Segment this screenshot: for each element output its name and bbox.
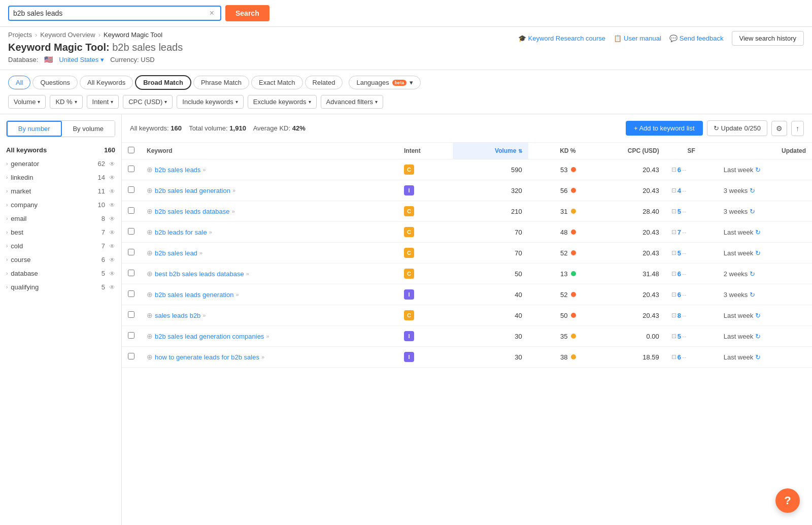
add-to-keyword-list-button[interactable]: + Add to keyword list xyxy=(626,121,703,136)
tab-related[interactable]: Related xyxy=(305,76,343,89)
sidebar-item[interactable]: › qualifying 5 👁 xyxy=(0,280,121,294)
keyword-link[interactable]: ⊕ sales leads b2b » xyxy=(147,311,392,319)
intent-filter[interactable]: Intent ▾ xyxy=(87,95,119,109)
eye-icon[interactable]: 👁 xyxy=(109,174,115,181)
keyword-link[interactable]: ⊕ best b2b sales leads database » xyxy=(147,270,392,278)
sf-value: 5 xyxy=(678,333,681,340)
eye-icon[interactable]: 👁 xyxy=(109,188,115,195)
sidebar-item-label: best xyxy=(11,228,23,236)
sort-buttons: By number By volume xyxy=(6,120,115,137)
advanced-filters[interactable]: Advanced filters ▾ xyxy=(321,95,384,109)
keyword-link[interactable]: ⊕ b2b sales leads database » xyxy=(147,207,392,215)
breadcrumb-keyword-overview[interactable]: Keyword Overview xyxy=(40,31,95,39)
keyword-link[interactable]: ⊕ how to generate leads for b2b sales » xyxy=(147,353,392,361)
row-checkbox[interactable] xyxy=(128,332,134,339)
close-icon[interactable]: × xyxy=(210,9,214,18)
page-title-query: b2b sales leads xyxy=(112,42,183,53)
kd-dot xyxy=(571,271,576,276)
refresh-icon[interactable]: ↻ xyxy=(755,249,761,257)
view-search-history-button[interactable]: View search history xyxy=(732,31,804,46)
tab-phrase-match[interactable]: Phrase Match xyxy=(193,76,249,89)
tab-all-keywords[interactable]: All Keywords xyxy=(80,76,133,89)
keyword-link[interactable]: ⊕ b2b sales leads generation » xyxy=(147,290,392,299)
tab-questions[interactable]: Questions xyxy=(32,76,78,89)
keyword-link[interactable]: ⊕ b2b sales leads » xyxy=(147,166,392,174)
eye-icon[interactable]: 👁 xyxy=(109,229,115,236)
sf-cell: ⊡ 5 -- xyxy=(665,326,718,347)
eye-icon[interactable]: 👁 xyxy=(109,160,115,168)
row-checkbox[interactable] xyxy=(128,228,134,235)
sidebar-item[interactable]: › generator 62 👁 xyxy=(0,157,121,171)
refresh-icon[interactable]: ↻ xyxy=(755,333,761,340)
kd-filter[interactable]: KD % ▾ xyxy=(50,95,82,109)
volume-filter[interactable]: Volume ▾ xyxy=(8,95,46,109)
select-all-checkbox[interactable] xyxy=(128,147,134,153)
refresh-icon[interactable]: ↻ xyxy=(755,353,761,361)
search-button[interactable]: Search xyxy=(225,5,269,21)
volume-label: Volume xyxy=(14,98,36,106)
row-checkbox[interactable] xyxy=(128,186,134,193)
keyword-link[interactable]: ⊕ b2b sales lead generation » xyxy=(147,186,392,194)
export-icon-button[interactable]: ↑ xyxy=(791,121,804,136)
eye-icon[interactable]: 👁 xyxy=(109,256,115,264)
sort-by-number-button[interactable]: By number xyxy=(7,121,62,137)
sidebar-item[interactable]: › best 7 👁 xyxy=(0,225,121,239)
tab-broad-match[interactable]: Broad Match xyxy=(135,75,191,90)
cpc-cell: 20.43 xyxy=(582,284,665,305)
chevron-down-icon: ▾ xyxy=(235,99,238,105)
refresh-icon[interactable]: ↻ xyxy=(755,166,761,174)
keyword-research-course-link[interactable]: 🎓 Keyword Research course xyxy=(518,35,605,42)
database-link[interactable]: United States ▾ xyxy=(59,56,104,63)
tab-languages[interactable]: Languages beta ▾ xyxy=(349,76,421,89)
send-feedback-link[interactable]: 💬 Send feedback xyxy=(669,35,724,42)
select-all-header[interactable] xyxy=(122,143,141,159)
eye-icon[interactable]: 👁 xyxy=(109,270,115,277)
kd-dot xyxy=(571,209,576,214)
kd-column-header[interactable]: KD % xyxy=(528,143,582,159)
sidebar-item[interactable]: › company 10 👁 xyxy=(0,198,121,212)
kd-cell: 56 xyxy=(528,180,582,201)
sidebar-item[interactable]: › linkedin 14 👁 xyxy=(0,171,121,184)
refresh-icon[interactable]: ↻ xyxy=(750,270,755,278)
volume-column-header[interactable]: Volume ⇅ xyxy=(453,143,528,159)
refresh-icon[interactable]: ↻ xyxy=(755,228,761,236)
keyword-link[interactable]: ⊕ b2b leads for sale » xyxy=(147,228,392,236)
tab-all[interactable]: All xyxy=(8,76,30,89)
keyword-link[interactable]: ⊕ b2b sales lead generation companies » xyxy=(147,332,392,340)
row-checkbox[interactable] xyxy=(128,249,134,255)
row-checkbox[interactable] xyxy=(128,270,134,276)
cpc-filter[interactable]: CPC (USD) ▾ xyxy=(123,95,173,109)
row-checkbox[interactable] xyxy=(128,290,134,297)
sidebar-item[interactable]: › cold 7 👁 xyxy=(0,239,121,253)
row-checkbox[interactable] xyxy=(128,207,134,214)
help-button[interactable]: ? xyxy=(775,488,800,513)
refresh-icon[interactable]: ↻ xyxy=(755,312,761,319)
keyword-link[interactable]: ⊕ b2b sales lead » xyxy=(147,249,392,257)
update-button[interactable]: ↻ Update 0/250 xyxy=(707,120,767,136)
eye-icon[interactable]: 👁 xyxy=(109,215,115,222)
breadcrumb-projects[interactable]: Projects xyxy=(8,31,32,39)
sf-container: ⊡ 8 -- xyxy=(671,312,712,319)
sidebar-item[interactable]: › database 5 👁 xyxy=(0,267,121,280)
sidebar-item[interactable]: › market 11 👁 xyxy=(0,184,121,198)
sort-by-volume-button[interactable]: By volume xyxy=(62,121,115,137)
row-checkbox[interactable] xyxy=(128,353,134,359)
tab-exact-match[interactable]: Exact Match xyxy=(251,76,303,89)
refresh-icon[interactable]: ↻ xyxy=(750,208,755,215)
user-manual-link[interactable]: 📋 User manual xyxy=(614,35,661,42)
eye-icon[interactable]: 👁 xyxy=(109,284,115,291)
sidebar-item[interactable]: › email 8 👁 xyxy=(0,212,121,225)
exclude-keywords-filter[interactable]: Exclude keywords ▾ xyxy=(248,95,317,109)
refresh-icon[interactable]: ↻ xyxy=(750,187,755,194)
refresh-icon[interactable]: ↻ xyxy=(750,291,755,299)
settings-icon-button[interactable]: ⚙ xyxy=(771,121,787,136)
include-keywords-filter[interactable]: Include keywords ▾ xyxy=(177,95,243,109)
keyword-text: b2b sales lead generation xyxy=(155,187,230,194)
search-input[interactable] xyxy=(13,9,210,17)
eye-icon[interactable]: 👁 xyxy=(109,243,115,250)
volume-cell: 40 xyxy=(453,284,528,305)
sidebar-item[interactable]: › course 6 👁 xyxy=(0,253,121,267)
row-checkbox[interactable] xyxy=(128,311,134,318)
eye-icon[interactable]: 👁 xyxy=(109,202,115,209)
row-checkbox[interactable] xyxy=(128,166,134,172)
